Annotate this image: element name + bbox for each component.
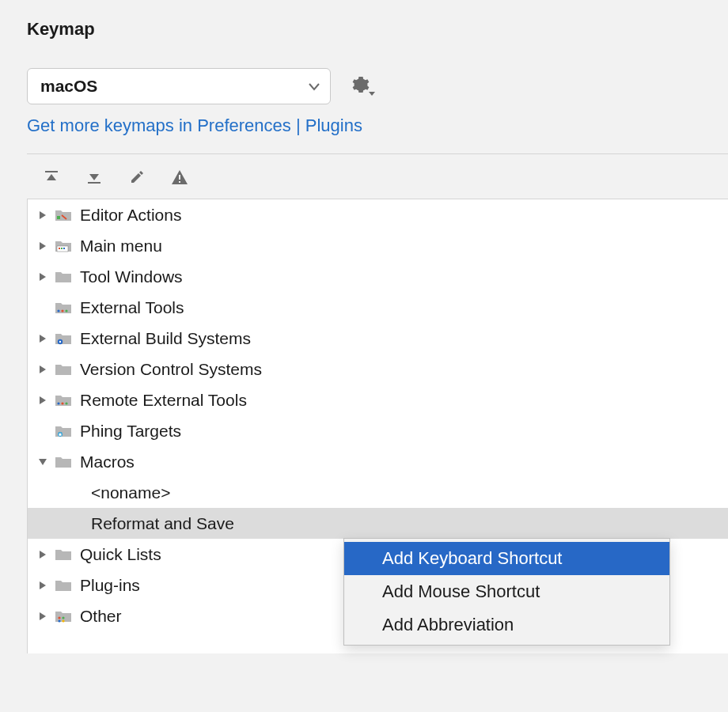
- tree-item-label: <noname>: [91, 483, 170, 502]
- tree-item-tool-windows[interactable]: Tool Windows: [28, 261, 728, 292]
- tree-item-remote-external-tools[interactable]: Remote External Tools: [28, 384, 728, 415]
- expand-arrow-icon[interactable]: [34, 210, 51, 220]
- menu-item-add-keyboard-shortcut[interactable]: Add Keyboard Shortcut: [344, 542, 669, 575]
- tree-item-label: Macros: [80, 453, 135, 472]
- folder-icon: [51, 331, 75, 346]
- pencil-icon: [129, 169, 145, 189]
- keymap-settings-button[interactable]: [350, 75, 372, 97]
- tree-item-macro-reformat-and-save[interactable]: Reformat and Save: [28, 508, 728, 539]
- tree-item-label: External Build Systems: [80, 329, 251, 348]
- folder-icon: [51, 239, 75, 253]
- tree-item-label: Reformat and Save: [91, 514, 234, 533]
- expand-arrow-icon[interactable]: [34, 550, 51, 559]
- expand-arrow-icon[interactable]: [34, 272, 51, 282]
- tree-item-external-build-systems[interactable]: External Build Systems: [28, 323, 728, 354]
- edit-button[interactable]: [127, 169, 147, 189]
- expand-all-icon: [44, 169, 59, 189]
- chevron-down-icon: [308, 77, 320, 96]
- folder-icon: [51, 547, 75, 562]
- tree-item-label: Other: [80, 607, 122, 626]
- expand-arrow-icon[interactable]: [34, 396, 51, 405]
- tree-item-label: Quick Lists: [80, 545, 161, 564]
- tree-item-label: Tool Windows: [80, 267, 183, 286]
- tree-item-main-menu[interactable]: Main menu: [28, 230, 728, 261]
- folder-icon: [51, 362, 75, 377]
- folder-icon: [51, 424, 75, 438]
- expand-arrow-icon[interactable]: [34, 241, 51, 251]
- folder-icon: [51, 270, 75, 284]
- page-title: Keymap: [27, 19, 728, 40]
- menu-item-add-mouse-shortcut[interactable]: Add Mouse Shortcut: [344, 575, 669, 608]
- tree-item-label: Version Control Systems: [80, 360, 262, 379]
- tree-item-label: Plug-ins: [80, 576, 140, 595]
- tree-item-version-control-systems[interactable]: Version Control Systems: [28, 354, 728, 384]
- expand-all-button[interactable]: [41, 169, 62, 189]
- action-tree[interactable]: Editor Actions Main menu Tool Windows Ex…: [27, 199, 728, 653]
- svg-rect-16: [88, 182, 100, 184]
- tree-item-label: Editor Actions: [80, 206, 181, 225]
- divider: [27, 153, 728, 154]
- folder-icon: [51, 455, 75, 469]
- conflicts-button[interactable]: [169, 169, 190, 189]
- keymap-selected-label: macOS: [40, 77, 97, 96]
- folder-icon: [51, 208, 75, 222]
- menu-item-add-abbreviation[interactable]: Add Abbreviation: [344, 608, 669, 642]
- keymap-selector[interactable]: macOS: [27, 68, 331, 104]
- tree-item-label: Main menu: [80, 237, 162, 256]
- folder-icon: [51, 301, 75, 315]
- tree-item-label: Remote External Tools: [80, 391, 247, 410]
- folder-icon: [51, 609, 75, 623]
- get-more-keymaps-link[interactable]: Get more keymaps in Preferences | Plugin…: [27, 116, 728, 136]
- folder-icon: [51, 578, 75, 593]
- tree-item-label: Phing Targets: [80, 422, 181, 441]
- collapse-all-icon: [86, 169, 102, 189]
- tree-item-external-tools[interactable]: External Tools: [28, 292, 728, 323]
- collapse-arrow-icon[interactable]: [34, 458, 51, 466]
- chevron-down-small-icon: [369, 82, 375, 100]
- svg-rect-15: [45, 171, 58, 172]
- tree-item-phing-targets[interactable]: Phing Targets: [28, 415, 728, 446]
- tree-item-label: External Tools: [80, 298, 184, 317]
- folder-icon: [51, 393, 75, 407]
- tree-item-macros[interactable]: Macros: [28, 446, 728, 477]
- collapse-all-button[interactable]: [84, 169, 104, 189]
- tree-item-macro-noname[interactable]: <noname>: [28, 477, 728, 508]
- warning-icon: [171, 169, 188, 189]
- expand-arrow-icon[interactable]: [34, 581, 51, 590]
- tree-toolbar: [27, 161, 728, 199]
- tree-item-editor-actions[interactable]: Editor Actions: [28, 199, 728, 230]
- context-menu: Add Keyboard Shortcut Add Mouse Shortcut…: [343, 538, 670, 646]
- gear-icon: [351, 75, 370, 98]
- expand-arrow-icon[interactable]: [34, 334, 51, 343]
- expand-arrow-icon[interactable]: [34, 365, 51, 374]
- expand-arrow-icon[interactable]: [34, 612, 51, 621]
